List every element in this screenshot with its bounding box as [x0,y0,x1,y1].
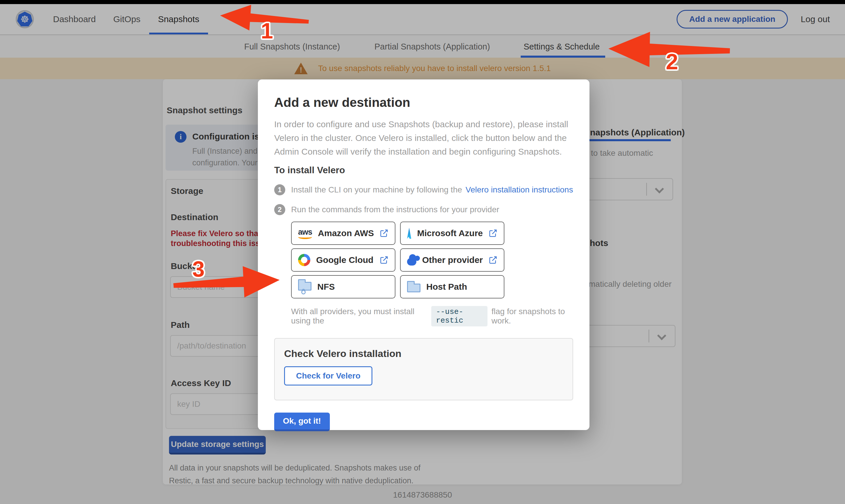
nfs-folder-icon [298,282,312,291]
external-link-icon [380,229,388,238]
restic-note: With all providers, you must install usi… [291,306,573,326]
provider-button-grid: aws Amazon AWS Microsoft Azure Google Cl… [291,221,573,299]
add-destination-modal: Add a new destination In order to config… [258,79,589,430]
annotation-number-3: 3 [192,256,205,282]
azure-icon [407,228,411,239]
provider-microsoft-azure-button[interactable]: Microsoft Azure [400,221,504,245]
use-restic-code-chip: --use-restic [431,306,488,326]
step-text: Run the commands from the instructions f… [291,205,499,214]
velero-install-instructions-link[interactable]: Velero installation instructions [465,185,573,194]
external-link-icon [489,229,497,238]
annotation-number-2: 2 [666,49,678,74]
check-velero-panel: Check Velero installation Check for Vele… [274,338,573,400]
step-number-badge: 1 [274,184,285,195]
provider-nfs-button[interactable]: NFS [291,275,395,299]
modal-paragraph: In order to configure and use Snapshots … [274,117,568,158]
ok-got-it-button[interactable]: Ok, got it! [274,413,330,431]
external-link-icon [380,256,388,264]
cloud-icon [407,258,416,266]
install-step-2: 2 Run the commands from the instructions… [274,204,573,215]
folder-icon [407,284,420,292]
provider-amazon-aws-button[interactable]: aws Amazon AWS [291,221,395,245]
aws-icon: aws [298,228,312,239]
install-step-1: 1 Install the CLI on your machine by fol… [274,184,573,195]
install-velero-heading: To install Velero [274,165,573,176]
step-text: Install the CLI on your machine by follo… [291,185,573,195]
modal-title: Add a new destination [274,95,573,110]
provider-other-button[interactable]: Other provider [400,248,504,272]
google-cloud-icon [298,254,310,266]
provider-google-cloud-button[interactable]: Google Cloud [291,248,395,272]
provider-host-path-button[interactable]: Host Path [400,275,504,299]
check-velero-title: Check Velero installation [284,348,563,359]
external-link-icon [489,256,497,264]
check-for-velero-button[interactable]: Check for Velero [284,366,372,385]
step-number-badge: 2 [274,204,285,215]
annotation-number-1: 1 [261,18,273,43]
